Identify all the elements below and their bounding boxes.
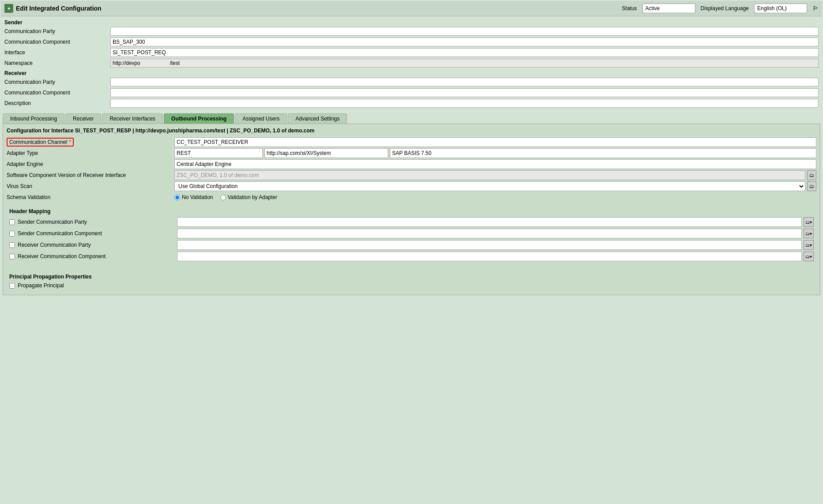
mapping-label-2[interactable]: Receiver Communication Party: [9, 242, 177, 248]
sender-comm-party-label: Communication Party: [4, 28, 110, 34]
tab-inbound-processing[interactable]: Inbound Processing: [3, 113, 64, 124]
page-container: ✦ Edit Integrated Configuration Status D…: [0, 0, 823, 504]
sender-interface-input[interactable]: [110, 48, 819, 57]
propagate-principal-label[interactable]: Propagate Principal: [9, 282, 64, 289]
mapping-label-0[interactable]: Sender Communication Party: [9, 219, 177, 225]
scv-input[interactable]: [174, 170, 805, 180]
receiver-description-input[interactable]: [110, 99, 819, 108]
adapter-type-version-input[interactable]: [390, 148, 816, 158]
sender-namespace-input[interactable]: [110, 59, 819, 68]
receiver-comm-component-label: Communication Component: [4, 90, 110, 96]
comm-channel-row: Communication Channel *: [7, 137, 816, 147]
tab-advanced-settings[interactable]: Advanced Settings: [288, 113, 347, 124]
sender-namespace-label: Namespace: [4, 60, 110, 66]
mapping-input-3[interactable]: [177, 252, 802, 261]
sender-interface-label: Interface: [4, 49, 110, 56]
schema-no-validation-text: No Validation: [182, 194, 213, 200]
sender-comm-party-row: Communication Party: [4, 26, 819, 36]
adapter-engine-row: Adapter Engine: [7, 159, 816, 169]
receiver-comm-party-input[interactable]: [110, 78, 819, 87]
mapping-text-1: Sender Communication Component: [18, 230, 102, 237]
adapter-type-ns-input[interactable]: [264, 148, 388, 158]
sender-comm-component-label: Communication Component: [4, 39, 110, 45]
virus-scan-label: Virus Scan: [7, 183, 174, 189]
virus-scan-input-wrapper: Use Global Configuration 🗂: [174, 181, 816, 191]
comm-channel-label-wrapper: Communication Channel *: [7, 138, 174, 147]
mapping-text-0: Sender Communication Party: [18, 219, 87, 225]
receiver-section-header: Receiver: [4, 69, 819, 77]
header-mapping-title: Header Mapping: [9, 208, 814, 214]
schema-by-adapter-radio[interactable]: [220, 195, 226, 200]
mapping-browse-2[interactable]: 🗂▾: [804, 240, 814, 250]
mapping-row-3: Receiver Communication Component 🗂▾: [9, 252, 814, 261]
adapter-engine-label: Adapter Engine: [7, 161, 174, 167]
adapter-type-row: Adapter Type: [7, 148, 816, 158]
tab-receiver-interfaces[interactable]: Receiver Interfaces: [102, 113, 162, 124]
mapping-row-2: Receiver Communication Party 🗂▾: [9, 240, 814, 250]
tab-receiver[interactable]: Receiver: [65, 113, 101, 124]
status-input[interactable]: [642, 4, 695, 13]
mapping-checkbox-0[interactable]: [9, 219, 15, 225]
header-mapping-section: Header Mapping Sender Communication Part…: [7, 206, 816, 266]
mapping-checkbox-1[interactable]: [9, 231, 15, 237]
receiver-comm-component-row: Communication Component: [4, 88, 819, 98]
flag-icon: 🏳: [812, 5, 819, 12]
receiver-description-label: Description: [4, 100, 110, 106]
mapping-checkbox-2[interactable]: [9, 242, 15, 248]
sender-interface-row: Interface: [4, 48, 819, 57]
schema-no-validation-radio[interactable]: [174, 195, 180, 200]
scv-input-wrapper: 🗂: [174, 170, 816, 180]
schema-no-validation-label[interactable]: No Validation: [174, 194, 213, 200]
mapping-text-2: Receiver Communication Party: [18, 242, 91, 248]
mapping-input-0[interactable]: [177, 217, 802, 227]
mapping-row-0: Sender Communication Party 🗂▾: [9, 217, 814, 227]
comm-channel-input[interactable]: [174, 137, 816, 147]
mapping-browse-1[interactable]: 🗂▾: [804, 229, 814, 238]
language-input[interactable]: [754, 4, 807, 13]
scv-row: Software Component Version of Receiver I…: [7, 170, 816, 180]
receiver-comm-component-input[interactable]: [110, 88, 819, 97]
mapping-input-wrapper-2: 🗂▾: [177, 240, 814, 250]
config-header: Configuration for Interface SI_TEST_POST…: [7, 128, 816, 134]
comm-channel-label-text: Communication Channel: [9, 139, 67, 145]
mapping-label-3[interactable]: Receiver Communication Component: [9, 253, 177, 260]
mapping-browse-3[interactable]: 🗂▾: [804, 252, 814, 261]
tab-assigned-users[interactable]: Assigned Users: [235, 113, 287, 124]
adapter-engine-input[interactable]: [174, 159, 816, 169]
mapping-input-1[interactable]: [177, 229, 802, 238]
schema-by-adapter-label[interactable]: Validation by Adapter: [220, 194, 278, 200]
propagate-principal-checkbox[interactable]: [9, 283, 15, 289]
page-title: Edit Integrated Configuration: [16, 5, 102, 12]
mapping-row-1: Sender Communication Component 🗂▾: [9, 229, 814, 238]
schema-by-adapter-text: Validation by Adapter: [228, 194, 278, 200]
tab-outbound-processing[interactable]: Outbound Processing: [164, 113, 234, 124]
tab-content-outbound: Configuration for Interface SI_TEST_POST…: [3, 124, 820, 295]
adapter-type-input[interactable]: [174, 148, 263, 158]
virus-scan-row: Virus Scan Use Global Configuration 🗂: [7, 181, 816, 191]
required-star: *: [69, 139, 71, 145]
mapping-label-1[interactable]: Sender Communication Component: [9, 230, 177, 237]
mapping-checkbox-3[interactable]: [9, 254, 15, 260]
schema-validation-label: Schema Validation: [7, 194, 174, 200]
propagate-principal-text: Propagate Principal: [18, 282, 64, 289]
sender-comm-component-input[interactable]: [110, 38, 819, 46]
virus-scan-browse-button[interactable]: 🗂: [807, 181, 816, 191]
sender-comm-party-input[interactable]: [110, 27, 819, 36]
mapping-input-2[interactable]: [177, 240, 802, 250]
adapter-type-label: Adapter Type: [7, 150, 174, 156]
tabs-container: Inbound Processing Receiver Receiver Int…: [1, 111, 822, 124]
receiver-description-row: Description: [4, 98, 819, 108]
header: ✦ Edit Integrated Configuration Status D…: [1, 1, 822, 16]
mapping-input-wrapper-3: 🗂▾: [177, 252, 814, 261]
mapping-browse-0[interactable]: 🗂▾: [804, 217, 814, 227]
header-title: ✦ Edit Integrated Configuration: [4, 4, 622, 13]
scv-browse-button[interactable]: 🗂: [807, 170, 816, 180]
scv-label: Software Component Version of Receiver I…: [7, 172, 174, 178]
virus-scan-select[interactable]: Use Global Configuration: [174, 181, 805, 191]
form-area: Sender Communication Party Communication…: [1, 16, 822, 111]
principal-title: Principal Propagation Properties: [9, 274, 814, 280]
sender-section-header: Sender: [4, 18, 819, 26]
mapping-input-wrapper-1: 🗂▾: [177, 229, 814, 238]
receiver-comm-party-label: Communication Party: [4, 79, 110, 85]
schema-validation-row: Schema Validation No Validation Validati…: [7, 192, 816, 202]
